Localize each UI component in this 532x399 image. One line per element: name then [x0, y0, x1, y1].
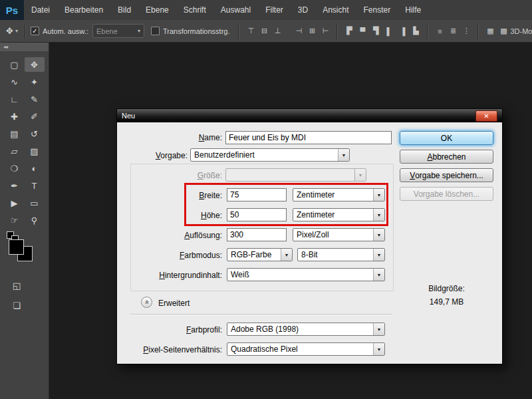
collapse-panel-icon[interactable]: ◂◂ [0, 43, 49, 51]
tool-clone-stamp[interactable]: ▤ [5, 126, 25, 141]
chevron-down-icon: ▾ [138, 28, 140, 34]
image-size-value: 149,7 MB [400, 297, 493, 307]
advanced-toggle-icon[interactable] [141, 297, 152, 308]
align-right-edges-icon[interactable]: ⊢ [319, 25, 332, 37]
auto-select-target-value: Ebene [96, 27, 118, 35]
align-left-edges-icon[interactable]: ⊣ [292, 25, 305, 37]
resolution-label: Auflösung: [124, 231, 222, 241]
options-bar: ✥ ▾ Autom. ausw.: Ebene ▾ Transformation… [0, 20, 532, 43]
auto-align-icon[interactable]: ▦ [483, 25, 497, 37]
height-unit-dropdown[interactable]: Zentimeter [293, 208, 385, 221]
color-mode-label: Farbmodus: [124, 251, 222, 261]
distribute-horizontal-centers-icon[interactable]: ▐ [396, 25, 409, 37]
size-label: Größe: [124, 171, 222, 181]
pixel-aspect-ratio-dropdown[interactable]: Quadratische Pixel [227, 342, 385, 356]
new-document-dialog: Neu ✕ Name: OK Vorgabe: Benutzerdefinier… [116, 108, 503, 364]
transform-controls-checkbox[interactable] [151, 27, 160, 35]
distribute-left-edges-icon[interactable]: ▌ [382, 25, 396, 37]
distribute-right-edges-icon[interactable]: ▙ [409, 25, 422, 37]
menu-item-3d[interactable]: 3D [291, 0, 315, 20]
tool-crop[interactable]: ∟ [5, 92, 25, 106]
tool-lasso[interactable]: ∿ [5, 74, 25, 89]
tool-screen-mode[interactable]: ❏ [9, 298, 25, 313]
background-contents-value: Weiß [231, 270, 249, 279]
tool-preset-picker[interactable]: ✥ ▾ [4, 26, 20, 36]
height-label: Höhe: [124, 211, 222, 221]
align-bottom-edges-icon[interactable]: ⊥ [271, 25, 284, 37]
resolution-unit-dropdown[interactable]: Pixel/Zoll [293, 228, 385, 241]
resolution-input[interactable] [227, 228, 287, 241]
size-dropdown [225, 168, 366, 182]
ok-button[interactable]: OK [400, 131, 493, 145]
color-mode-dropdown[interactable]: RGB-Farbe [227, 248, 293, 261]
align-top-edges-icon[interactable]: ⊤ [244, 25, 257, 37]
menu-item-fenster[interactable]: Fenster [356, 0, 398, 20]
foreground-color-swatch[interactable] [9, 239, 24, 255]
pixel-aspect-ratio-value: Quadratische Pixel [231, 344, 298, 354]
tool-move[interactable]: ✥ [25, 57, 45, 72]
width-input[interactable] [227, 188, 287, 201]
distribute-vertical-centers-icon[interactable]: ▀ [356, 25, 369, 37]
bit-depth-dropdown[interactable]: 8-Bit [297, 248, 385, 261]
tool-pen[interactable]: ✒ [5, 178, 25, 193]
dialog-titlebar[interactable]: Neu ✕ [117, 109, 502, 122]
menu-item-filter[interactable]: Filter [258, 0, 291, 20]
tool-type[interactable]: T [25, 178, 45, 193]
delete-preset-button: Vorgabe löschen... [400, 187, 493, 201]
menu-item-bild[interactable]: Bild [110, 0, 138, 20]
workspace-switcher-label[interactable]: 3D-Mod... [510, 27, 532, 35]
background-contents-dropdown[interactable]: Weiß [227, 268, 385, 281]
pixel-aspect-ratio-label: Pixel-Seitenverhältnis: [124, 345, 222, 355]
close-icon[interactable]: ✕ [475, 110, 497, 122]
distribute-widths-icon[interactable]: ≡ [433, 25, 446, 37]
color-profile-label: Farbprofil: [124, 325, 222, 335]
distribute-bottom-edges-icon[interactable]: ▜ [369, 25, 382, 37]
align-horizontal-centers-icon[interactable]: ⊞ [305, 25, 319, 37]
tool-quick-mask[interactable]: ◱ [9, 278, 25, 293]
menu-item-datei[interactable]: Datei [24, 0, 57, 20]
auto-select-label: Autom. ausw.: [43, 27, 88, 35]
name-input[interactable] [225, 131, 392, 144]
tool-eyedropper[interactable]: ✎ [25, 92, 45, 106]
save-preset-button[interactable]: Vorgabe speichern... [400, 168, 493, 182]
distribute-heights-icon[interactable]: ≣ [446, 25, 460, 37]
tool-dodge[interactable]: ◐ [25, 161, 45, 176]
menu-item-ebene[interactable]: Ebene [138, 0, 176, 20]
width-label: Breite: [124, 191, 222, 201]
menu-item-auswahl[interactable]: Auswahl [213, 0, 258, 20]
width-unit-dropdown[interactable]: Zentimeter [293, 188, 385, 201]
tool-rectangle[interactable]: ▭ [25, 196, 45, 210]
menu-item-hilfe[interactable]: Hilfe [398, 0, 428, 20]
distribute-spacing-icon[interactable]: ⋮ [460, 25, 473, 37]
tool-blur[interactable]: ❍ [5, 161, 25, 176]
height-input[interactable] [227, 208, 287, 221]
photoshop-logo: Ps [0, 0, 24, 20]
tool-brush[interactable]: ✐ [25, 109, 45, 124]
tool-gradient[interactable]: ▨ [25, 144, 45, 158]
dialog-title: Neu [122, 112, 135, 120]
tool-eraser[interactable]: ▱ [5, 144, 25, 158]
distribute-top-edges-icon[interactable]: ▛ [342, 25, 356, 37]
separator [336, 23, 338, 39]
cancel-button[interactable]: Abbrechen [400, 150, 493, 164]
tool-quick-selection[interactable]: ✦ [25, 74, 45, 89]
align-vertical-centers-icon[interactable]: ⊟ [257, 25, 271, 37]
tool-healing-brush[interactable]: ✚ [5, 109, 25, 124]
auto-blend-icon[interactable]: ▩ [497, 25, 510, 37]
color-profile-dropdown[interactable]: Adobe RGB (1998) [227, 323, 385, 336]
tool-hand[interactable]: ☞ [5, 213, 25, 227]
color-mode-value: RGB-Farbe [231, 250, 271, 259]
separator [477, 23, 479, 39]
tool-zoom[interactable]: ⚲ [25, 213, 45, 227]
preset-label: Vorgabe: [124, 151, 188, 161]
tool-rectangular-marquee[interactable]: ▢ [5, 57, 25, 72]
tool-path-selection[interactable]: ▶ [5, 196, 25, 210]
preset-dropdown[interactable]: Benutzerdefiniert [190, 148, 350, 162]
menu-item-bearbeiten[interactable]: Bearbeiten [57, 0, 110, 20]
menu-item-ansicht[interactable]: Ansicht [315, 0, 356, 20]
auto-select-checkbox[interactable] [31, 27, 39, 35]
auto-select-target-dropdown[interactable]: Ebene ▾ [92, 24, 144, 38]
menu-bar: Ps Datei Bearbeiten Bild Ebene Schrift A… [0, 0, 532, 21]
menu-item-schrift[interactable]: Schrift [176, 0, 213, 20]
tool-history-brush[interactable]: ↺ [25, 126, 45, 141]
